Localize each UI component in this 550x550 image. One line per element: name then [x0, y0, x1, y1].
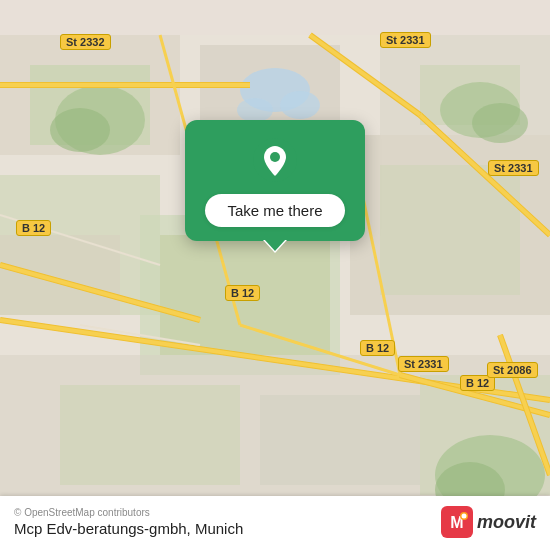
map: St 2332 B 12 B 12 B 12 B 12 St 2331 St 2…	[0, 0, 550, 550]
road-label-st2086: St 2086	[487, 362, 538, 378]
road-label-b12-center: B 12	[225, 285, 260, 301]
location-title: Mcp Edv-beratungs-gmbh, Munich	[14, 520, 243, 537]
copyright-text: © OpenStreetMap contributors	[14, 507, 243, 518]
road-label-b12-left: B 12	[16, 220, 51, 236]
svg-point-45	[270, 152, 280, 162]
road-label-st2331-right: St 2331	[488, 160, 539, 176]
svg-point-20	[50, 108, 110, 152]
take-me-there-button[interactable]: Take me there	[205, 194, 344, 227]
bottom-bar: © OpenStreetMap contributors Mcp Edv-ber…	[0, 496, 550, 550]
moovit-logo: M moovit	[441, 506, 536, 538]
moovit-brand-text: moovit	[477, 512, 536, 533]
svg-point-22	[472, 103, 528, 143]
svg-rect-16	[60, 385, 240, 485]
road-label-st2331-br: St 2331	[398, 356, 449, 372]
svg-point-49	[461, 514, 466, 519]
bottom-left-info: © OpenStreetMap contributors Mcp Edv-ber…	[14, 507, 243, 537]
popup-card: Take me there	[185, 120, 365, 241]
location-pin-icon	[253, 138, 297, 182]
moovit-brand-icon: M	[441, 506, 473, 538]
svg-point-8	[237, 98, 273, 122]
svg-point-7	[280, 91, 320, 119]
road-label-b12-bottom: B 12	[360, 340, 395, 356]
road-label-st2332: St 2332	[60, 34, 111, 50]
road-label-st2331-top: St 2331	[380, 32, 431, 48]
svg-rect-17	[260, 395, 420, 485]
